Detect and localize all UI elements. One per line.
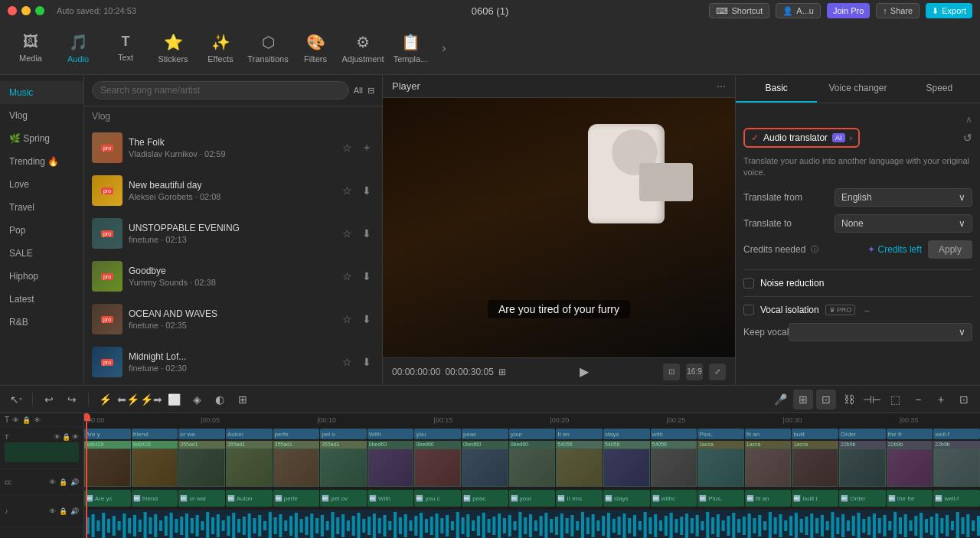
- show-icon2[interactable]: 👁: [72, 433, 79, 441]
- download-button[interactable]: ⬇: [359, 269, 374, 284]
- text-clip[interactable]: Are y: [84, 429, 131, 439]
- subtitle-clip[interactable]: 🔤 Plus,: [697, 490, 744, 507]
- music-item[interactable]: pro The Folk Vladislav Kurnikov · 02:59 …: [84, 126, 382, 169]
- share-button[interactable]: ↑ Share: [876, 3, 920, 18]
- select-tool-button[interactable]: ↖ ▾: [6, 390, 26, 409]
- video-thumb[interactable]: [556, 448, 603, 487]
- toolbar-effects[interactable]: ✨ Effects: [198, 25, 243, 71]
- copy-button[interactable]: ⬚: [885, 390, 905, 409]
- music-item[interactable]: pro Goodbye Yummy Sounds · 02:38 ☆ ⬇: [84, 255, 382, 298]
- avatar-button[interactable]: 👤 A...u: [776, 3, 821, 18]
- toolbar-filters[interactable]: 🎨 Filters: [292, 25, 338, 71]
- sidebar-item-vlog[interactable]: Vlog: [0, 104, 83, 127]
- close-button[interactable]: [8, 6, 17, 15]
- video-thumb[interactable]: [132, 448, 178, 487]
- sidebar-item-love[interactable]: Love: [0, 173, 83, 196]
- eye-icon3[interactable]: 👁: [49, 478, 56, 486]
- subtitle-clip[interactable]: 🔤 stays: [603, 490, 650, 507]
- zoom-in-button[interactable]: +: [931, 390, 951, 409]
- tab-voice-changer[interactable]: Voice changer: [817, 75, 898, 103]
- eye-icon4[interactable]: 👁: [49, 507, 56, 515]
- subtitle-clip[interactable]: 🔤 or wal: [178, 490, 225, 507]
- sidebar-item-travel[interactable]: Travel: [0, 196, 83, 219]
- text-clip[interactable]: pet o: [320, 429, 367, 439]
- add-button[interactable]: ＋: [359, 140, 374, 155]
- video-thumb[interactable]: [887, 448, 933, 487]
- video-thumb[interactable]: [368, 448, 414, 487]
- lock-icon4[interactable]: 🔒: [59, 507, 67, 515]
- favorite-button[interactable]: ☆: [339, 140, 354, 155]
- video-thumb[interactable]: [509, 448, 556, 487]
- subtitle-clip[interactable]: 🔤 Auton: [226, 490, 273, 507]
- video-thumb[interactable]: [320, 448, 367, 487]
- maximize-button[interactable]: [35, 6, 44, 15]
- subtitle-clip[interactable]: 🔤 pet ov: [320, 490, 367, 507]
- vocal-isolation-checkbox[interactable]: [743, 305, 754, 315]
- subtitle-clip[interactable]: 🔤 With: [368, 490, 414, 507]
- favorite-button[interactable]: ☆: [339, 226, 354, 241]
- download-button[interactable]: ⬇: [359, 354, 374, 370]
- subtitle-clip[interactable]: 🔤 fit an: [745, 490, 792, 507]
- download-button[interactable]: ⬇: [359, 311, 374, 327]
- sidebar-item-rnb[interactable]: R&B: [0, 311, 83, 334]
- tab-speed[interactable]: Speed: [899, 75, 980, 103]
- vol-icon2[interactable]: 🔊: [70, 507, 79, 515]
- sidebar-item-spring[interactable]: 🌿 Spring: [0, 127, 83, 150]
- favorite-button[interactable]: ☆: [339, 354, 354, 370]
- music-item[interactable]: pro UNSTOPPABLE EVENING finetune · 02:13…: [84, 212, 382, 255]
- text-clip[interactable]: Plus,: [697, 429, 744, 439]
- music-item[interactable]: pro Midnight Lof... finetune · 02:30 ☆ ⬇: [84, 341, 382, 383]
- favorite-button[interactable]: ☆: [339, 183, 354, 198]
- video-thumb[interactable]: [839, 448, 886, 487]
- mask-button[interactable]: ◐: [210, 390, 230, 409]
- subtitle-clip[interactable]: 🔤 well-f: [933, 490, 980, 507]
- text-clip[interactable]: well-f: [933, 429, 980, 439]
- download-button[interactable]: ⬇: [359, 226, 374, 241]
- music-item[interactable]: pro New beautiful day Aleksei Gorobets ·…: [84, 169, 382, 212]
- subtitle-clip[interactable]: 🔤 withc: [651, 490, 697, 507]
- fit-timeline-button[interactable]: ⊡: [954, 390, 974, 409]
- zoom-out-button[interactable]: −: [908, 390, 928, 409]
- subtitle-clip[interactable]: 🔤 peac: [462, 490, 508, 507]
- keep-vocal-select[interactable]: ∨: [789, 323, 972, 341]
- toolbar-stickers[interactable]: ⭐ Stickers: [150, 25, 196, 71]
- subtitle-clip[interactable]: 🔤 Order: [839, 490, 886, 507]
- lock-icon3[interactable]: 🔒: [59, 478, 67, 486]
- mic-button[interactable]: 🎤: [770, 390, 790, 409]
- toolbar-media[interactable]: 🖼 Media: [8, 25, 54, 71]
- split-left-button[interactable]: ⬅⚡: [118, 390, 138, 409]
- shortcut-button[interactable]: ⌨ Shortcut: [709, 3, 769, 18]
- text-clip[interactable]: built: [792, 429, 838, 439]
- all-filter-label[interactable]: All: [354, 86, 363, 95]
- refresh-button[interactable]: ↺: [963, 132, 972, 144]
- filter-icon[interactable]: ⊟: [368, 86, 374, 96]
- video-thumb[interactable]: [933, 448, 980, 487]
- subtitle-clip[interactable]: 🔤 the fre: [887, 490, 933, 507]
- player-menu-icon[interactable]: ⋯: [717, 81, 726, 92]
- split-button[interactable]: ⚡: [95, 390, 115, 409]
- subtitle-clip[interactable]: 🔤 It ens: [556, 490, 603, 507]
- noise-reduction-checkbox[interactable]: [743, 278, 754, 289]
- text-clip[interactable]: the fr: [887, 429, 933, 439]
- sidebar-item-pop[interactable]: Pop: [0, 219, 83, 242]
- show-icon[interactable]: 👁: [34, 416, 41, 424]
- link-button[interactable]: ⛓: [839, 390, 859, 409]
- toolbar-adjustment[interactable]: ⚙ Adjustment: [340, 25, 386, 71]
- info-icon[interactable]: ⓘ: [811, 244, 818, 255]
- subtitle-clip[interactable]: 🔤 your: [509, 490, 556, 507]
- toolbar-audio[interactable]: 🎵 Audio: [55, 25, 101, 71]
- video-thumb[interactable]: [792, 448, 838, 487]
- sidebar-item-trending[interactable]: Trending 🔥: [0, 150, 83, 173]
- video-thumb[interactable]: [226, 448, 273, 487]
- video-thumb[interactable]: [651, 448, 697, 487]
- subtitle-clip[interactable]: 🔤 you c: [414, 490, 461, 507]
- video-thumb[interactable]: [745, 448, 792, 487]
- subtitle-clip[interactable]: 🔤 friend: [132, 490, 178, 507]
- subtitle-clip[interactable]: 🔤 built t: [792, 490, 838, 507]
- lock-icon[interactable]: 🔒: [22, 416, 31, 424]
- video-thumb[interactable]: [178, 448, 225, 487]
- fit-screen-button[interactable]: ⊡: [663, 364, 680, 380]
- video-thumb[interactable]: [273, 448, 320, 487]
- sidebar-item-music[interactable]: Music: [0, 81, 83, 104]
- text-clip[interactable]: Auton: [226, 429, 273, 439]
